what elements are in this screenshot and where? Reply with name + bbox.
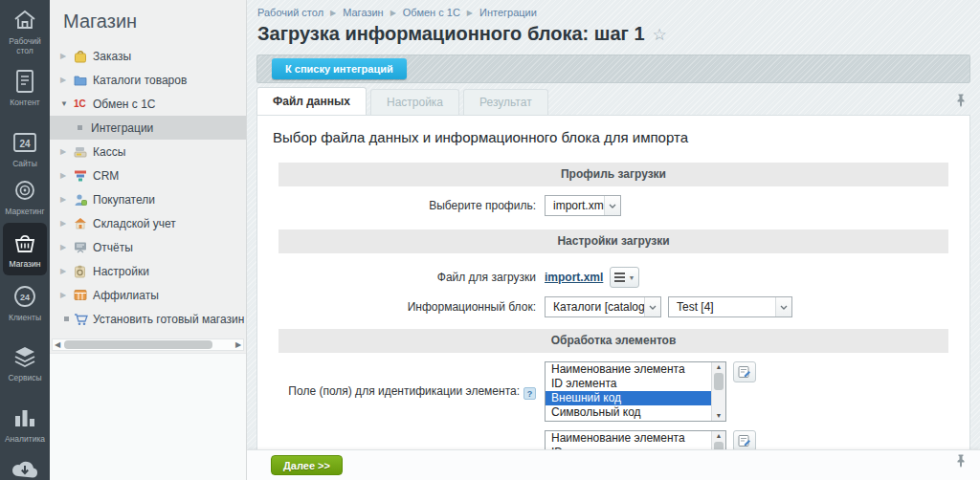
scroll-up-icon[interactable]: ▲ (712, 431, 725, 441)
caret-down-icon: ▼ (628, 274, 635, 281)
help-icon[interactable]: ? (523, 387, 536, 400)
bullet-icon (78, 125, 82, 130)
section-header-profile: Профиль загрузки (278, 163, 948, 186)
chevron-right-icon[interactable]: ▶ (60, 76, 74, 84)
sidebar-item-crm[interactable]: ▶ CRM (50, 164, 246, 187)
file-link[interactable]: import.xml (545, 271, 603, 284)
home-icon (12, 8, 37, 33)
sidebar-item-cashboxes[interactable]: ▶ Кассы (50, 140, 246, 164)
toolbar: К списку интеграций (256, 55, 970, 83)
chevron-right-icon[interactable]: ▶ (60, 243, 74, 251)
scroll-left-icon[interactable]: ◀ (53, 339, 62, 350)
rail-item-sites[interactable]: 24 Сайты (0, 130, 50, 168)
file-menu-button[interactable]: ▼ (610, 267, 639, 288)
rail-item-analytics[interactable]: Аналитика (0, 405, 50, 444)
iblock-select[interactable]: Test [4] (668, 296, 792, 317)
rail-item-marketing[interactable]: Маркетинг (0, 178, 50, 216)
rail-item-label: Контент (10, 98, 40, 107)
listbox-option[interactable]: Наименование элемента (546, 362, 711, 377)
sidebar-item-label: Обмен с 1С (93, 98, 156, 111)
sidebar-item-install-shop[interactable]: Установить готовый магазин из Маркет (50, 307, 246, 331)
bar-chart-icon (12, 405, 37, 430)
wizard-footer: Далее >> (247, 449, 980, 480)
document-icon (14, 69, 35, 94)
listbox-option[interactable]: Символьный код (546, 405, 711, 420)
sidebar-empty-area (50, 353, 246, 480)
breadcrumb-link[interactable]: Обмен с 1С (403, 7, 460, 18)
sidebar-item-warehouse[interactable]: ▶ Складской учет (50, 211, 246, 235)
sidebar-item-affiliates[interactable]: ▶ Аффилиаты (50, 283, 246, 307)
chevron-right-icon[interactable]: ▶ (60, 171, 74, 180)
sidebar-item-label: Покупатели (93, 193, 155, 207)
iblock-row: Информационный блок: Каталоги [catalog] … (257, 296, 969, 317)
sidebar-menu: Магазин ▶ Заказы ▶ Каталоги товаров ▼ 1С… (50, 0, 247, 480)
back-to-list-button[interactable]: К списку интеграций (272, 58, 407, 79)
scroll-up-icon[interactable]: ▲ (712, 362, 725, 372)
edit-list-button[interactable] (733, 430, 756, 451)
sidebar-item-settings[interactable]: ▶ Настройки (50, 259, 246, 283)
rail-item-desktop[interactable]: Рабочий стол (0, 8, 50, 55)
breadcrumb-link[interactable]: Рабочий стол (257, 7, 323, 18)
sidebar-item-customers[interactable]: ▶ Покупатели (50, 187, 246, 211)
sidebar-item-reports[interactable]: ▶ Отчёты (50, 235, 246, 259)
scroll-right-icon[interactable]: ▶ (234, 339, 243, 350)
id-fields-listbox[interactable]: Наименование элемента ID элемента Внешни… (545, 361, 726, 422)
tab-file-data[interactable]: Файл данных (256, 87, 367, 115)
rail-item-content[interactable]: Контент (0, 69, 50, 107)
chevron-right-icon[interactable]: ▶ (60, 195, 74, 204)
next-button[interactable]: Далее >> (271, 455, 343, 475)
orders-bag-icon (74, 50, 93, 63)
star-icon[interactable]: ☆ (653, 26, 667, 44)
listbox-scrollbar[interactable]: ▲ ▼ (711, 362, 725, 421)
sidebar-item-catalogs[interactable]: ▶ Каталоги товаров (50, 68, 246, 92)
rail-item-services[interactable]: Сервисы (0, 344, 50, 382)
bullet-icon (64, 316, 69, 321)
breadcrumb-link[interactable]: Интеграции (479, 7, 537, 18)
chevron-down-icon[interactable]: ▼ (60, 99, 74, 108)
scrollbar-thumb[interactable] (64, 340, 212, 349)
rail-item-marketplace[interactable] (0, 457, 50, 480)
sidebar-item-1c-exchange[interactable]: ▼ 1С Обмен с 1С (50, 92, 246, 116)
edit-list-button[interactable] (733, 361, 756, 382)
sidebar-item-label: Каталоги товаров (93, 74, 187, 87)
scrollbar-thumb[interactable] (714, 373, 724, 390)
sidebar-item-label: Кассы (93, 145, 125, 159)
1c-logo-icon: 1С (74, 98, 93, 109)
iblock-label: Информационный блок: (257, 300, 545, 315)
listbox-option[interactable]: ID элемента (546, 377, 711, 391)
tab-result: Результат (463, 89, 548, 115)
chevron-right-icon[interactable]: ▶ (60, 52, 74, 60)
listbox-option-selected[interactable]: Внешний код (546, 391, 711, 405)
section-header-processing: Обработка элементов (278, 329, 948, 353)
id-fields-row: Поле (поля) для идентификации элемента:?… (257, 361, 969, 422)
rail-item-clients[interactable]: 24 Клиенты (0, 284, 50, 322)
chevron-right-icon[interactable]: ▶ (60, 147, 74, 156)
chevron-right-icon[interactable]: ▶ (60, 267, 74, 275)
chevron-right-icon[interactable]: ▶ (60, 219, 74, 228)
rail-item-label: Сервисы (8, 373, 41, 382)
pin-icon[interactable] (956, 94, 966, 111)
profile-select[interactable]: import.xml (545, 195, 621, 216)
scroll-down-icon[interactable]: ▼ (712, 411, 725, 421)
iblock-type-select[interactable]: Каталоги [catalog] (545, 296, 661, 317)
sidebar-item-integrations[interactable]: Интеграции (50, 116, 246, 140)
rail-item-shop[interactable]: Магазин (3, 223, 47, 275)
chevron-right-icon[interactable]: ▶ (60, 291, 74, 299)
sidebar-item-label: Отчёты (93, 241, 133, 254)
badge-24-icon: 24 (12, 284, 37, 309)
breadcrumb-separator-icon: ▶ (330, 9, 336, 17)
sidebar-item-label: CRM (93, 169, 119, 183)
sidebar-item-label: Интеграции (91, 121, 153, 135)
section-header-settings: Настройки загрузки (278, 229, 948, 253)
sidebar-item-orders[interactable]: ▶ Заказы (50, 44, 246, 68)
profile-label: Выберите профиль: (257, 199, 545, 213)
rail-item-label: Маркетинг (5, 207, 44, 216)
basket-icon (12, 230, 37, 255)
breadcrumb-link[interactable]: Магазин (343, 7, 383, 18)
sidebar-horizontal-scrollbar[interactable]: ◀ ▶ (52, 338, 244, 351)
pin-icon[interactable] (956, 454, 966, 471)
tab-settings: Настройка (370, 89, 459, 115)
tab-strip: Файл данных Настройка Результат (256, 88, 548, 115)
affiliates-icon (74, 289, 93, 301)
listbox-option[interactable]: Наименование элемента (546, 431, 711, 446)
